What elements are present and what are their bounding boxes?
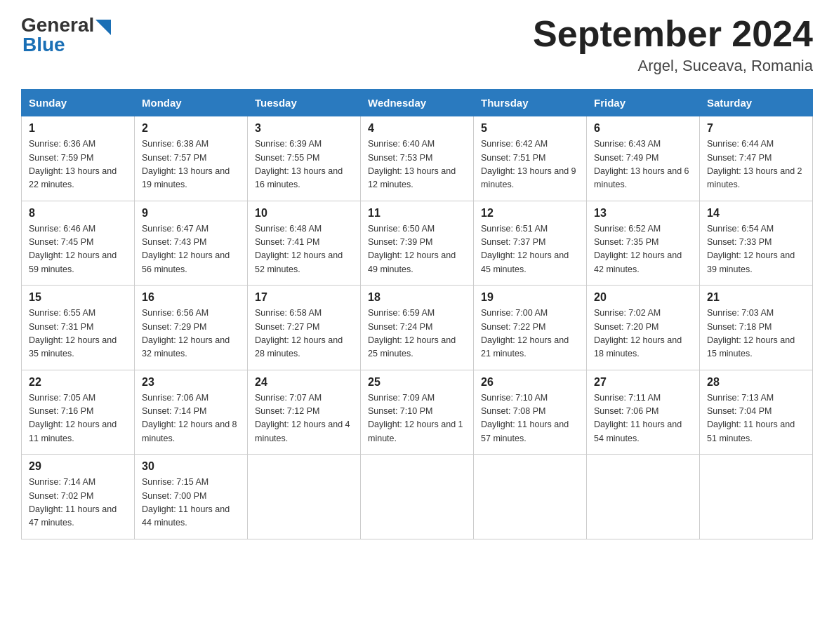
header-saturday: Saturday — [700, 90, 813, 116]
day-cell: 13 Sunrise: 6:52 AMSunset: 7:35 PMDaylig… — [587, 201, 700, 286]
calendar-location: Argel, Suceava, Romania — [533, 57, 813, 75]
day-number: 3 — [255, 122, 353, 135]
day-cell — [248, 455, 361, 539]
day-info: Sunrise: 7:15 AMSunset: 7:00 PMDaylight:… — [142, 477, 230, 528]
day-number: 1 — [29, 122, 127, 135]
day-info: Sunrise: 6:39 AMSunset: 7:55 PMDaylight:… — [255, 139, 343, 189]
day-number: 8 — [29, 207, 127, 220]
day-info: Sunrise: 6:36 AMSunset: 7:59 PMDaylight:… — [29, 139, 117, 189]
header-wednesday: Wednesday — [361, 90, 474, 116]
day-info: Sunrise: 6:51 AMSunset: 7:37 PMDaylight:… — [481, 224, 569, 274]
day-number: 4 — [368, 122, 466, 135]
calendar-header-row: SundayMondayTuesdayWednesdayThursdayFrid… — [22, 90, 813, 116]
header-thursday: Thursday — [474, 90, 587, 116]
day-info: Sunrise: 7:07 AMSunset: 7:12 PMDaylight:… — [255, 393, 350, 443]
day-info: Sunrise: 6:58 AMSunset: 7:27 PMDaylight:… — [255, 308, 343, 358]
day-number: 25 — [368, 376, 466, 389]
day-info: Sunrise: 7:03 AMSunset: 7:18 PMDaylight:… — [707, 308, 795, 358]
day-cell — [587, 455, 700, 539]
day-cell — [361, 455, 474, 539]
day-cell: 19 Sunrise: 7:00 AMSunset: 7:22 PMDaylig… — [474, 286, 587, 370]
day-number: 6 — [594, 122, 692, 135]
day-number: 15 — [29, 291, 127, 304]
day-info: Sunrise: 6:47 AMSunset: 7:43 PMDaylight:… — [142, 224, 230, 274]
day-info: Sunrise: 7:10 AMSunset: 7:08 PMDaylight:… — [481, 393, 569, 443]
logo-triangle-icon — [95, 20, 111, 35]
day-info: Sunrise: 6:40 AMSunset: 7:53 PMDaylight:… — [368, 139, 456, 189]
day-cell: 3 Sunrise: 6:39 AMSunset: 7:55 PMDayligh… — [248, 116, 361, 201]
day-info: Sunrise: 6:59 AMSunset: 7:24 PMDaylight:… — [368, 308, 456, 358]
day-number: 24 — [255, 376, 353, 389]
week-row-4: 22 Sunrise: 7:05 AMSunset: 7:16 PMDaylig… — [22, 370, 813, 455]
day-number: 27 — [594, 376, 692, 389]
week-row-3: 15 Sunrise: 6:55 AMSunset: 7:31 PMDaylig… — [22, 286, 813, 370]
day-cell: 5 Sunrise: 6:42 AMSunset: 7:51 PMDayligh… — [474, 116, 587, 201]
day-cell: 23 Sunrise: 7:06 AMSunset: 7:14 PMDaylig… — [135, 370, 248, 455]
day-cell: 28 Sunrise: 7:13 AMSunset: 7:04 PMDaylig… — [700, 370, 813, 455]
day-cell: 25 Sunrise: 7:09 AMSunset: 7:10 PMDaylig… — [361, 370, 474, 455]
day-cell: 4 Sunrise: 6:40 AMSunset: 7:53 PMDayligh… — [361, 116, 474, 201]
header-sunday: Sunday — [22, 90, 135, 116]
day-cell: 14 Sunrise: 6:54 AMSunset: 7:33 PMDaylig… — [700, 201, 813, 286]
day-cell: 10 Sunrise: 6:48 AMSunset: 7:41 PMDaylig… — [248, 201, 361, 286]
day-cell: 20 Sunrise: 7:02 AMSunset: 7:20 PMDaylig… — [587, 286, 700, 370]
day-cell: 30 Sunrise: 7:15 AMSunset: 7:00 PMDaylig… — [135, 455, 248, 539]
logo-blue-text: Blue — [22, 34, 65, 56]
day-info: Sunrise: 6:54 AMSunset: 7:33 PMDaylight:… — [707, 224, 795, 274]
day-cell: 2 Sunrise: 6:38 AMSunset: 7:57 PMDayligh… — [135, 116, 248, 201]
day-cell: 11 Sunrise: 6:50 AMSunset: 7:39 PMDaylig… — [361, 201, 474, 286]
calendar-title: September 2024 — [533, 14, 813, 54]
day-number: 11 — [368, 207, 466, 220]
week-row-1: 1 Sunrise: 6:36 AMSunset: 7:59 PMDayligh… — [22, 116, 813, 201]
day-info: Sunrise: 7:00 AMSunset: 7:22 PMDaylight:… — [481, 308, 569, 358]
day-number: 9 — [142, 207, 240, 220]
day-number: 26 — [481, 376, 579, 389]
day-number: 19 — [481, 291, 579, 304]
calendar-table: SundayMondayTuesdayWednesdayThursdayFrid… — [21, 89, 813, 539]
day-info: Sunrise: 7:13 AMSunset: 7:04 PMDaylight:… — [707, 393, 795, 443]
day-cell: 16 Sunrise: 6:56 AMSunset: 7:29 PMDaylig… — [135, 286, 248, 370]
day-info: Sunrise: 6:52 AMSunset: 7:35 PMDaylight:… — [594, 224, 682, 274]
day-cell: 22 Sunrise: 7:05 AMSunset: 7:16 PMDaylig… — [22, 370, 135, 455]
day-cell: 8 Sunrise: 6:46 AMSunset: 7:45 PMDayligh… — [22, 201, 135, 286]
day-info: Sunrise: 7:14 AMSunset: 7:02 PMDaylight:… — [29, 477, 117, 528]
day-number: 17 — [255, 291, 353, 304]
day-cell: 15 Sunrise: 6:55 AMSunset: 7:31 PMDaylig… — [22, 286, 135, 370]
day-number: 2 — [142, 122, 240, 135]
day-number: 7 — [707, 122, 805, 135]
svg-marker-0 — [95, 20, 111, 35]
day-number: 21 — [707, 291, 805, 304]
day-number: 22 — [29, 376, 127, 389]
day-info: Sunrise: 6:50 AMSunset: 7:39 PMDaylight:… — [368, 224, 456, 274]
day-info: Sunrise: 7:09 AMSunset: 7:10 PMDaylight:… — [368, 393, 463, 443]
day-cell: 9 Sunrise: 6:47 AMSunset: 7:43 PMDayligh… — [135, 201, 248, 286]
day-cell: 26 Sunrise: 7:10 AMSunset: 7:08 PMDaylig… — [474, 370, 587, 455]
logo: General Blue — [21, 14, 111, 56]
day-number: 20 — [594, 291, 692, 304]
day-info: Sunrise: 7:06 AMSunset: 7:14 PMDaylight:… — [142, 393, 237, 443]
day-info: Sunrise: 6:56 AMSunset: 7:29 PMDaylight:… — [142, 308, 230, 358]
day-number: 10 — [255, 207, 353, 220]
day-number: 13 — [594, 207, 692, 220]
day-number: 5 — [481, 122, 579, 135]
day-number: 30 — [142, 460, 240, 473]
day-number: 12 — [481, 207, 579, 220]
week-row-5: 29 Sunrise: 7:14 AMSunset: 7:02 PMDaylig… — [22, 455, 813, 539]
day-cell — [474, 455, 587, 539]
title-block: September 2024 Argel, Suceava, Romania — [533, 14, 813, 75]
week-row-2: 8 Sunrise: 6:46 AMSunset: 7:45 PMDayligh… — [22, 201, 813, 286]
day-cell: 7 Sunrise: 6:44 AMSunset: 7:47 PMDayligh… — [700, 116, 813, 201]
day-cell: 24 Sunrise: 7:07 AMSunset: 7:12 PMDaylig… — [248, 370, 361, 455]
day-cell: 18 Sunrise: 6:59 AMSunset: 7:24 PMDaylig… — [361, 286, 474, 370]
day-cell: 17 Sunrise: 6:58 AMSunset: 7:27 PMDaylig… — [248, 286, 361, 370]
day-cell: 29 Sunrise: 7:14 AMSunset: 7:02 PMDaylig… — [22, 455, 135, 539]
day-cell — [700, 455, 813, 539]
day-info: Sunrise: 6:55 AMSunset: 7:31 PMDaylight:… — [29, 308, 117, 358]
day-number: 14 — [707, 207, 805, 220]
header-monday: Monday — [135, 90, 248, 116]
day-info: Sunrise: 6:44 AMSunset: 7:47 PMDaylight:… — [707, 139, 802, 189]
day-info: Sunrise: 6:48 AMSunset: 7:41 PMDaylight:… — [255, 224, 343, 274]
page-header: General Blue September 2024 Argel, Sucea… — [21, 14, 813, 75]
day-info: Sunrise: 6:38 AMSunset: 7:57 PMDaylight:… — [142, 139, 230, 189]
day-cell: 21 Sunrise: 7:03 AMSunset: 7:18 PMDaylig… — [700, 286, 813, 370]
